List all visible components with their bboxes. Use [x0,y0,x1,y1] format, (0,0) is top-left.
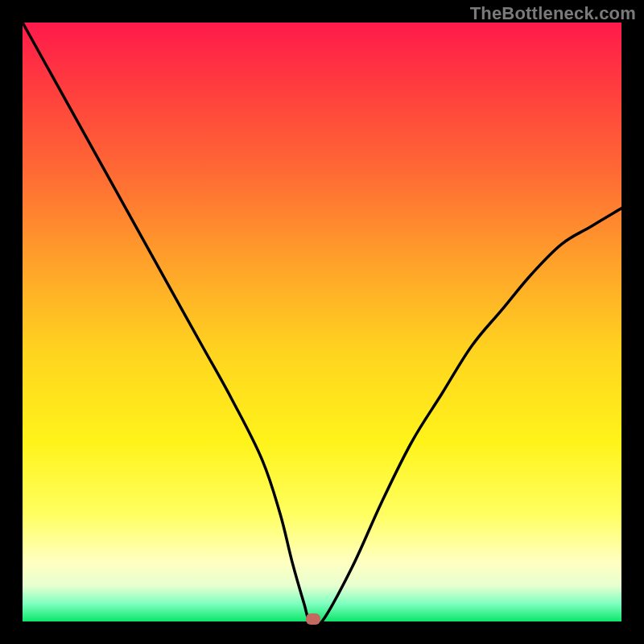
optimal-point-marker [306,613,320,625]
chart-plot-area [23,23,621,621]
chart-frame: TheBottleneck.com [0,0,644,644]
bottleneck-curve [23,23,621,621]
watermark-label: TheBottleneck.com [470,3,636,24]
